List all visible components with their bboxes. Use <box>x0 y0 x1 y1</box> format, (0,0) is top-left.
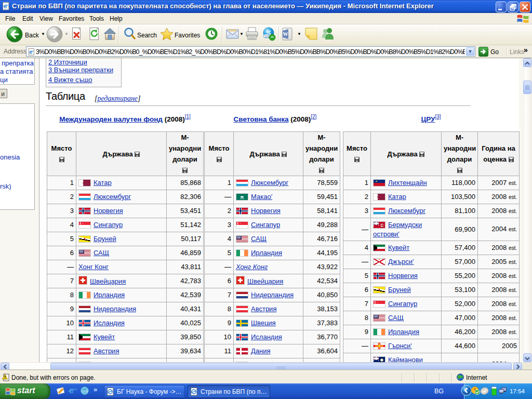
svg-text:123: 123 <box>264 35 269 38</box>
svg-text:123: 123 <box>82 390 88 393</box>
svg-text:W: W <box>283 31 288 37</box>
